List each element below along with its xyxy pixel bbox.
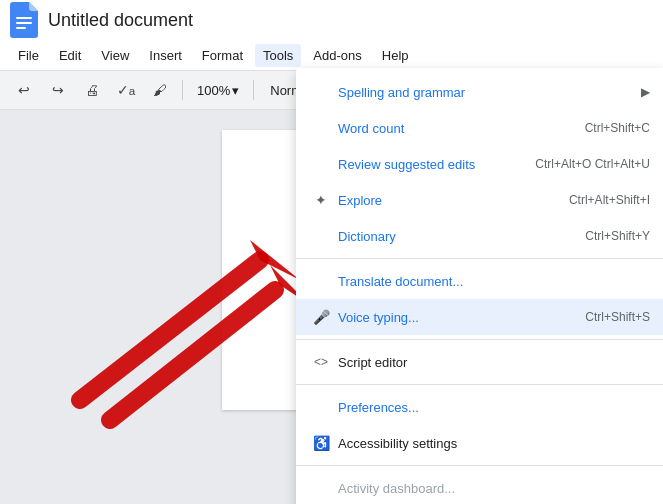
preferences-label: Preferences...	[338, 400, 419, 415]
voice-typing-item[interactable]: 🎤 Voice typing... Ctrl+Shift+S	[296, 299, 663, 335]
script-editor-label: Script editor	[338, 355, 407, 370]
explore-shortcut: Ctrl+Alt+Shift+I	[569, 193, 650, 207]
svg-rect-2	[16, 27, 26, 29]
zoom-value: 100%	[197, 83, 230, 98]
dictionary-item[interactable]: Dictionary Ctrl+Shift+Y	[296, 218, 663, 254]
review-edits-label: Review suggested edits	[338, 157, 475, 172]
voice-typing-label: Voice typing...	[338, 310, 419, 325]
undo-button[interactable]: ↩	[10, 76, 38, 104]
menu-tools[interactable]: Tools	[255, 44, 301, 67]
spelling-grammar-item[interactable]: Spelling and grammar ▶	[296, 74, 663, 110]
menu-insert[interactable]: Insert	[141, 44, 190, 67]
translate-item[interactable]: Translate document...	[296, 263, 663, 299]
svg-rect-0	[16, 17, 32, 19]
toolbar-divider-1	[182, 80, 183, 100]
accessibility-icon: ♿	[312, 435, 330, 451]
review-edits-shortcut: Ctrl+Alt+O Ctrl+Alt+U	[535, 157, 650, 171]
document-title: Untitled document	[48, 10, 193, 31]
print-button[interactable]: 🖨	[78, 76, 106, 104]
script-editor-item[interactable]: <> Script editor	[296, 344, 663, 380]
explore-item[interactable]: ✦ Explore Ctrl+Alt+Shift+I	[296, 182, 663, 218]
divider-3	[296, 384, 663, 385]
menu-bar: File Edit View Insert Format Tools Add-o…	[0, 40, 663, 70]
zoom-arrow-icon: ▾	[232, 83, 239, 98]
script-editor-icon: <>	[312, 355, 330, 369]
redo-button[interactable]: ↪	[44, 76, 72, 104]
divider-4	[296, 465, 663, 466]
menu-format[interactable]: Format	[194, 44, 251, 67]
dictionary-label: Dictionary	[338, 229, 396, 244]
translate-label: Translate document...	[338, 274, 463, 289]
zoom-control[interactable]: 100% ▾	[191, 81, 245, 100]
explore-label: Explore	[338, 193, 382, 208]
toolbar-divider-2	[253, 80, 254, 100]
preferences-item[interactable]: Preferences...	[296, 389, 663, 425]
word-count-item[interactable]: Word count Ctrl+Shift+C	[296, 110, 663, 146]
accessibility-item[interactable]: ♿ Accessibility settings	[296, 425, 663, 461]
divider-1	[296, 258, 663, 259]
paint-format-button[interactable]: 🖌	[146, 76, 174, 104]
menu-file[interactable]: File	[10, 44, 47, 67]
explore-star-icon: ✦	[312, 192, 330, 208]
voice-typing-shortcut: Ctrl+Shift+S	[585, 310, 650, 324]
menu-help[interactable]: Help	[374, 44, 417, 67]
accessibility-label: Accessibility settings	[338, 436, 457, 451]
activity-dashboard-item[interactable]: Activity dashboard...	[296, 470, 663, 504]
spelling-grammar-label: Spelling and grammar	[338, 85, 465, 100]
doc-icon	[10, 2, 38, 38]
menu-addons[interactable]: Add-ons	[305, 44, 369, 67]
word-count-shortcut: Ctrl+Shift+C	[585, 121, 650, 135]
spellcheck-button[interactable]: ✓a	[112, 76, 140, 104]
menu-view[interactable]: View	[93, 44, 137, 67]
activity-dashboard-label: Activity dashboard...	[338, 481, 455, 496]
divider-2	[296, 339, 663, 340]
tools-dropdown-menu: Spelling and grammar ▶ Word count Ctrl+S…	[296, 68, 663, 504]
svg-rect-1	[16, 22, 32, 24]
microphone-icon: 🎤	[312, 309, 330, 325]
review-edits-item[interactable]: Review suggested edits Ctrl+Alt+O Ctrl+A…	[296, 146, 663, 182]
title-bar: Untitled document	[0, 0, 663, 40]
dictionary-shortcut: Ctrl+Shift+Y	[585, 229, 650, 243]
menu-edit[interactable]: Edit	[51, 44, 89, 67]
spelling-grammar-arrow-icon: ▶	[641, 85, 650, 99]
word-count-label: Word count	[338, 121, 404, 136]
